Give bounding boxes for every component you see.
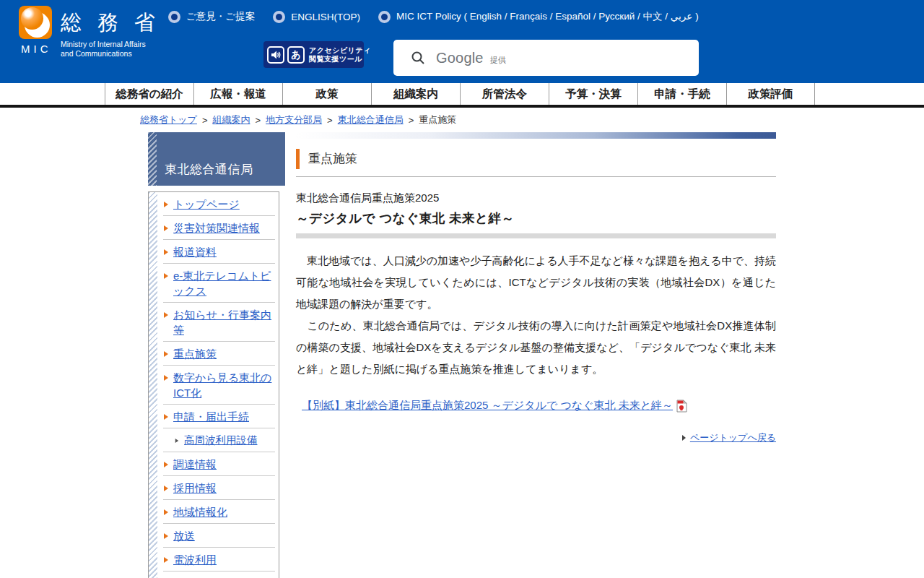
triangle-bullet-icon [164, 225, 168, 231]
triangle-bullet-icon [164, 202, 168, 207]
circle-bullet-icon [273, 11, 285, 23]
breadcrumb-separator: > [327, 115, 333, 126]
ministry-name-en-line2: and Communications [61, 49, 160, 59]
breadcrumb-link-org[interactable]: 組織案内 [213, 113, 250, 126]
page-top-row: ページトップへ戻る [296, 431, 776, 444]
triangle-bullet-icon [164, 249, 168, 255]
triangle-bullet-icon [164, 462, 168, 467]
sidebar-menu-link[interactable]: e-東北テレコムトピックス [173, 268, 273, 298]
triangle-bullet-icon [164, 509, 168, 515]
sidebar-menu-item[interactable]: 電波利用 [157, 548, 279, 571]
article-heading-line1: 東北総合通信局重点施策2025 [296, 191, 776, 205]
nav-item[interactable]: 組織案内 [371, 83, 460, 105]
circle-bullet-icon [168, 11, 180, 23]
sidebar-menu-link[interactable]: 数字から見る東北のICT化 [173, 370, 273, 400]
sidebar-menu-item[interactable]: お知らせ・行事案内等 [157, 303, 279, 342]
sidebar-menu-link[interactable]: 重点施策 [173, 346, 273, 361]
site-header: MIC 総 務 省 Ministry of Internal Affairs a… [0, 0, 924, 83]
pdf-icon [676, 400, 687, 413]
body-paragraph: 東北地域では、人口減少の加速や少子高齢化による人手不足など様々な課題を抱える中で… [296, 250, 776, 315]
sidebar-menu-item[interactable]: 放送 [157, 524, 279, 548]
breadcrumb-separator: > [256, 115, 261, 126]
sidebar-menu-item[interactable]: 調達情報 [157, 452, 279, 476]
sidebar-menu-link[interactable]: お知らせ・行事案内等 [173, 307, 273, 337]
article-body: 東北地域では、人口減少の加速や少子高齢化による人手不足など様々な課題を抱える中で… [296, 250, 776, 380]
circle-bullet-icon [378, 11, 391, 23]
ministry-name-en: Ministry of Internal Affairs and Communi… [61, 40, 160, 58]
sidebar-menu-item[interactable]: トップページ [157, 192, 279, 216]
accessibility-badge-line2: 閲覧支援ツール [309, 55, 371, 64]
sidebar-menu-link[interactable]: トップページ [173, 197, 273, 212]
sidebar-menu-item[interactable]: 採用情報 [157, 476, 279, 500]
page-top-link[interactable]: ページトップへ戻る [690, 431, 776, 444]
sidebar-menu-item[interactable]: 災害対策関連情報 [157, 216, 279, 240]
nav-item[interactable]: 政策 [282, 83, 371, 105]
mic-logo-mark-icon [19, 6, 52, 39]
nav-item[interactable]: 所管法令 [460, 83, 549, 105]
article-heading-line2: ～デジタルで つなぐ東北 未来と絆～ [296, 210, 776, 227]
sidebar-menu-link[interactable]: 報道資料 [173, 244, 273, 259]
hiragana-a-icon: あ [287, 46, 305, 64]
sidebar-menu-link[interactable]: 災害対策関連情報 [173, 220, 273, 236]
sidebar-menu-link[interactable]: 採用情報 [173, 480, 273, 496]
article-heading: 東北総合通信局重点施策2025 ～デジタルで つなぐ東北 未来と絆～ [296, 191, 776, 227]
sidebar-menu-link[interactable]: 高周波利用設備 [184, 433, 273, 448]
triangle-bullet-icon [164, 312, 168, 318]
triangle-bullet-icon [164, 486, 168, 491]
feedback-link-label: ご意見・ご提案 [186, 10, 255, 23]
triangle-bullet-icon [164, 351, 168, 357]
breadcrumb-separator: > [202, 115, 208, 126]
sidebar-menu-link[interactable]: 放送 [173, 528, 273, 543]
nav-item[interactable]: 政策評価 [726, 83, 815, 105]
speaker-icon [267, 46, 284, 64]
body-paragraph: このため、東北総合通信局では、デジタル技術の導入に向けた計画策定や地域社会DX推… [296, 315, 776, 380]
google-provider-label: Google [436, 50, 484, 66]
sidebar-menu-item[interactable]: 地域情報化 [157, 500, 279, 524]
sidebar-menu-item[interactable]: 高周波利用設備 [157, 428, 279, 452]
nav-item[interactable]: 予算・決算 [549, 83, 637, 105]
sidebar-menu-link[interactable]: 地域情報化 [173, 504, 273, 519]
heading-underline-bar [296, 233, 776, 238]
sidebar-menu-link[interactable]: 調達情報 [173, 457, 273, 472]
sidebar-menu-link[interactable]: 申請・届出手続 [173, 409, 273, 424]
accessibility-badge-label: アクセシビリティ 閲覧支援ツール [309, 46, 371, 64]
accessibility-tool-badge[interactable]: あ アクセシビリティ 閲覧支援ツール [263, 41, 364, 68]
mic-ict-policy-link[interactable]: MIC ICT Policy ( English / Français / Es… [378, 10, 699, 23]
logo-sphere-shape [21, 7, 43, 30]
provided-by-label: 提供 [490, 50, 506, 66]
breadcrumb-separator: > [409, 115, 414, 126]
feedback-link[interactable]: ご意見・ご提案 [168, 10, 255, 23]
sidebar-menu-item[interactable]: 重点施策 [157, 342, 279, 366]
header-utility-links: ご意見・ご提案 ENGLISH(TOP) MIC ICT Policy ( En… [168, 10, 699, 23]
mic-logo[interactable]: MIC 総 務 省 Ministry of Internal Affairs a… [19, 6, 160, 58]
english-top-link[interactable]: ENGLISH(TOP) [273, 11, 360, 23]
attachment-pdf-link[interactable]: 【別紙】東北総合通信局重点施策2025 ～デジタルで つなぐ東北 未来と絆～ [302, 399, 673, 413]
breadcrumb-link-tohoku[interactable]: 東北総合通信局 [338, 113, 404, 126]
nav-item[interactable]: 申請・手続 [637, 83, 726, 105]
nav-item[interactable]: 総務省の紹介 [105, 83, 193, 105]
nav-item[interactable]: 広報・報道 [193, 83, 282, 105]
global-nav: 総務省の紹介 広報・報道 政策 組織案内 所管法令 予算・決算 申請・手続 政策… [0, 83, 924, 105]
search-icon [411, 51, 425, 65]
sidebar-menu-item[interactable]: e-東北テレコムトピックス [157, 264, 279, 303]
breadcrumb-current: 重点施策 [419, 113, 456, 126]
gradient-bar [296, 132, 776, 139]
site-search-input[interactable]: Google 提供 [393, 40, 699, 76]
breadcrumb-link-regional[interactable]: 地方支分部局 [266, 113, 322, 126]
sidebar-menu-item[interactable]: 数字から見る東北のICT化 [157, 366, 279, 405]
sidebar-menu-item[interactable]: アマチュア無線 [157, 571, 279, 578]
triangle-icon [682, 435, 686, 441]
sidebar-menu-item[interactable]: 報道資料 [157, 240, 279, 264]
sidebar-menu-link[interactable]: 電波利用 [173, 552, 273, 567]
diagonal-stripe-decoration [148, 132, 157, 186]
sidebar-menu: トップページ 災害対策関連情報 報道資料 e-東北テレコムトピックス [148, 191, 279, 578]
sidebar: 東北総合通信局 トップページ 災害対策関連情報 報道資料 [148, 132, 285, 578]
triangle-bullet-icon [164, 273, 168, 279]
sidebar-menu-item[interactable]: 申請・届出手続 [157, 405, 279, 428]
ministry-name-ja: 総 務 省 [61, 12, 160, 33]
sidebar-title: 東北総合通信局 [165, 161, 253, 178]
english-top-link-label: ENGLISH(TOP) [291, 12, 360, 22]
ministry-name-en-line1: Ministry of Internal Affairs [61, 40, 160, 49]
breadcrumb: 総務省トップ > 組織案内 > 地方支分部局 > 東北総合通信局 > 重点施策 [0, 108, 924, 132]
breadcrumb-link-home[interactable]: 総務省トップ [140, 113, 197, 126]
